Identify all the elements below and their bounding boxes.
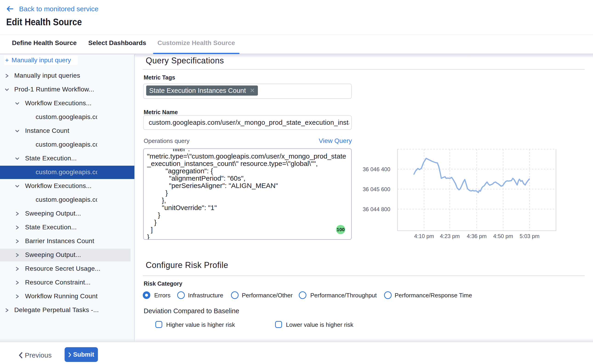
svg-text:36 046 400: 36 046 400 bbox=[363, 166, 390, 172]
svg-text:5:03 pm: 5:03 pm bbox=[520, 233, 540, 239]
svg-text:4:10 pm: 4:10 pm bbox=[414, 233, 434, 239]
svg-text:4:36 pm: 4:36 pm bbox=[467, 233, 487, 239]
svg-text:36 044 800: 36 044 800 bbox=[363, 206, 390, 212]
svg-text:4:23 pm: 4:23 pm bbox=[440, 233, 460, 239]
svg-text:36 045 600: 36 045 600 bbox=[363, 186, 390, 192]
svg-text:4:50 pm: 4:50 pm bbox=[493, 233, 513, 239]
